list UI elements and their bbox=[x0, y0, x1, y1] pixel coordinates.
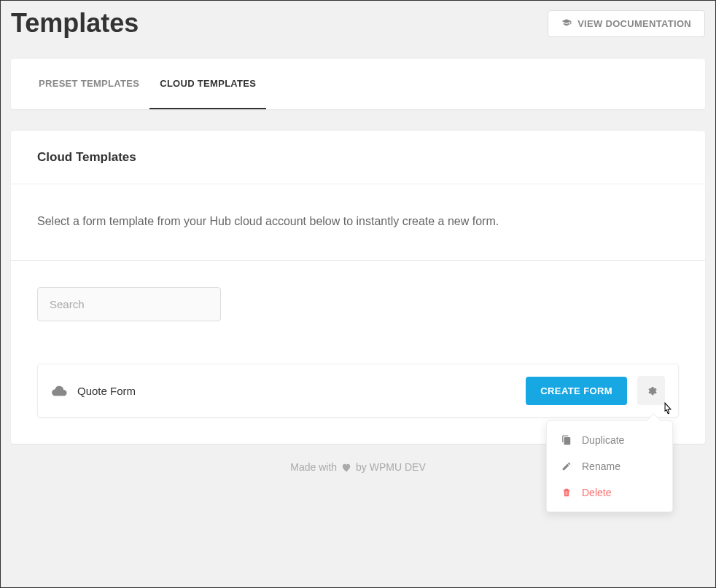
tabs-card: PRESET TEMPLATES CLOUD TEMPLATES bbox=[11, 59, 705, 109]
view-documentation-button[interactable]: VIEW DOCUMENTATION bbox=[548, 10, 705, 37]
template-row: Quote Form CREATE FORM bbox=[37, 364, 679, 418]
footer-suffix: by WPMU DEV bbox=[356, 461, 426, 473]
dropdown-item-delete[interactable]: Delete bbox=[547, 479, 672, 506]
tab-preset-templates[interactable]: PRESET TEMPLATES bbox=[28, 59, 149, 109]
academic-cap-icon bbox=[561, 18, 572, 28]
footer-prefix: Made with bbox=[290, 461, 337, 473]
settings-dropdown: Duplicate Rename Delete bbox=[546, 420, 673, 512]
section-title: Cloud Templates bbox=[11, 131, 705, 184]
content-card: Cloud Templates Select a form template f… bbox=[11, 131, 705, 444]
template-name: Quote Form bbox=[77, 385, 526, 397]
dropdown-item-rename[interactable]: Rename bbox=[547, 453, 672, 479]
copy-icon bbox=[561, 435, 572, 445]
dropdown-delete-label: Delete bbox=[582, 487, 611, 498]
pencil-icon bbox=[561, 461, 572, 471]
search-input[interactable] bbox=[37, 287, 221, 321]
gear-icon bbox=[646, 385, 657, 396]
dropdown-duplicate-label: Duplicate bbox=[582, 434, 624, 446]
dropdown-rename-label: Rename bbox=[582, 460, 620, 472]
dropdown-item-duplicate[interactable]: Duplicate bbox=[547, 427, 672, 453]
cloud-icon bbox=[51, 385, 67, 396]
heart-icon bbox=[341, 463, 351, 472]
settings-button[interactable] bbox=[637, 376, 665, 405]
create-form-button[interactable]: CREATE FORM bbox=[526, 377, 627, 405]
trash-icon bbox=[561, 487, 572, 498]
tab-cloud-templates[interactable]: CLOUD TEMPLATES bbox=[149, 59, 266, 109]
doc-button-label: VIEW DOCUMENTATION bbox=[577, 18, 691, 29]
page-title: Templates bbox=[11, 8, 139, 39]
section-description: Select a form template from your Hub clo… bbox=[11, 184, 705, 261]
